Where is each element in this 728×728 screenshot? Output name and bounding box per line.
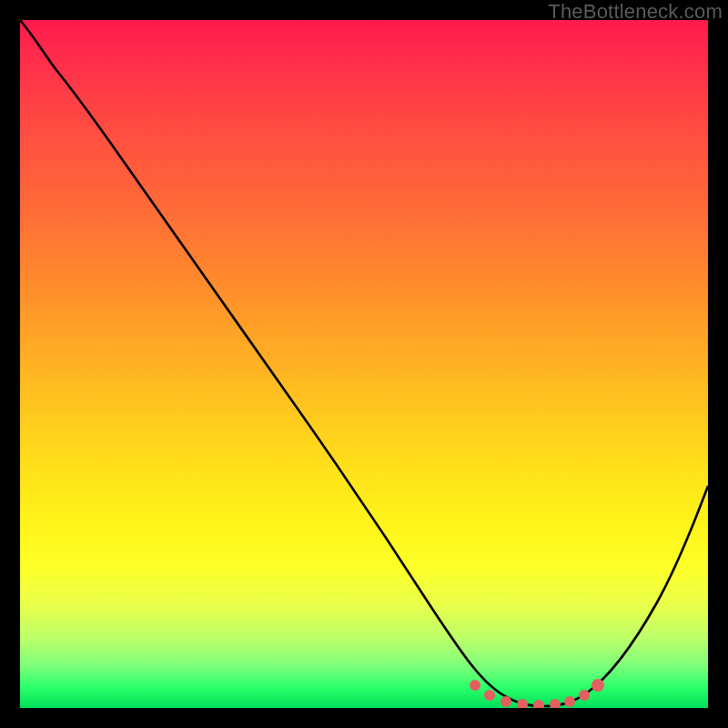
svg-point-8 <box>592 679 604 692</box>
svg-point-4 <box>533 700 544 708</box>
highlight-dots <box>470 679 604 708</box>
watermark-text: TheBottleneck.com <box>548 0 723 24</box>
svg-point-6 <box>564 696 575 707</box>
chart-frame <box>20 20 708 708</box>
svg-point-7 <box>579 690 590 701</box>
chart-plot <box>20 20 708 708</box>
svg-point-1 <box>484 690 495 701</box>
svg-point-5 <box>550 699 561 708</box>
curve-line <box>20 20 708 706</box>
svg-point-2 <box>500 696 511 707</box>
svg-point-0 <box>470 680 480 691</box>
svg-point-3 <box>517 699 528 708</box>
